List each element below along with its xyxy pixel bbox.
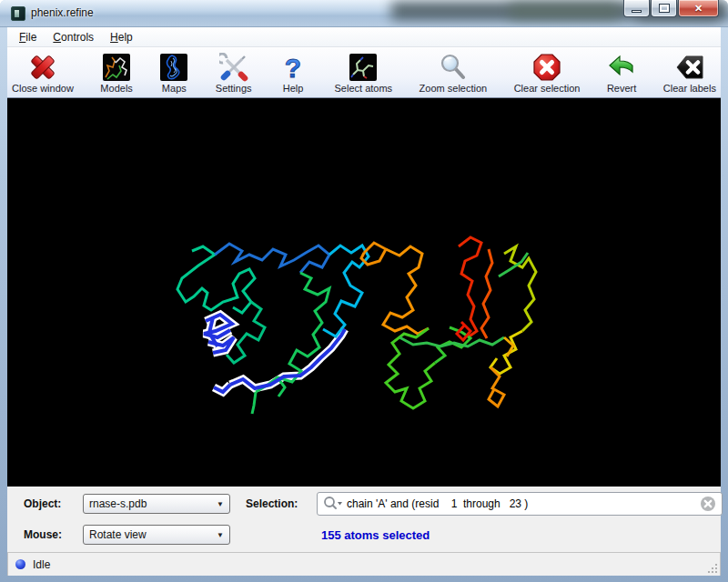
chevron-down-icon: ▼ bbox=[217, 531, 224, 539]
mouse-label: Mouse: bbox=[24, 528, 62, 541]
mouse-dropdown-value: Rotate view bbox=[89, 528, 147, 541]
toolbar-button-maps[interactable]: Maps bbox=[159, 48, 188, 97]
status-bar: Idle bbox=[7, 552, 721, 576]
toolbar-label: Clear labels bbox=[663, 83, 716, 94]
minimize-button[interactable] bbox=[623, 0, 650, 17]
status-indicator-icon bbox=[15, 559, 25, 569]
maximize-button[interactable] bbox=[651, 0, 677, 17]
title-bar[interactable]: phenix.refine ✕ bbox=[0, 0, 728, 27]
molecule-svg bbox=[7, 98, 721, 487]
mouse-dropdown[interactable]: Rotate view ▼ bbox=[83, 525, 230, 545]
maps-icon bbox=[159, 53, 188, 82]
titlebar-glass-blur bbox=[510, 4, 619, 18]
atoms-selected-status: 155 atoms selected bbox=[321, 528, 430, 542]
window-controls: ✕ bbox=[622, 0, 719, 17]
app-icon bbox=[11, 6, 25, 21]
revert-icon bbox=[607, 53, 636, 82]
toolbar-label: Zoom selection bbox=[420, 83, 488, 94]
models-icon bbox=[102, 53, 131, 82]
toolbar-button-settings[interactable]: Settings bbox=[216, 48, 252, 97]
toolbar-button-clear-labels[interactable]: Clear labels bbox=[663, 48, 716, 97]
chevron-down-icon: ▼ bbox=[217, 500, 224, 508]
toolbar-button-close-window[interactable]: Close window bbox=[12, 48, 74, 97]
clear-selection-icon bbox=[532, 53, 561, 82]
toolbar-button-zoom-selection[interactable]: Zoom selection bbox=[420, 48, 488, 97]
menu-bar: File Controls Help bbox=[7, 27, 721, 47]
toolbar-label: Select atoms bbox=[335, 83, 393, 94]
toolbar-label: Models bbox=[100, 83, 132, 94]
toolbar-button-clear-selection[interactable]: Clear selection bbox=[514, 48, 581, 97]
minimize-icon bbox=[632, 10, 642, 13]
toolbar-button-select-atoms[interactable]: Select atoms bbox=[335, 48, 393, 97]
molecule-viewport[interactable] bbox=[7, 98, 721, 487]
close-window-icon bbox=[28, 53, 57, 82]
selection-label: Selection: bbox=[246, 497, 298, 510]
search-icon bbox=[323, 496, 343, 512]
menu-file[interactable]: File bbox=[11, 29, 45, 45]
selection-search-field[interactable]: chain 'A' and (resid 1 through 23 ) bbox=[317, 492, 723, 516]
toolbar-button-models[interactable]: Models bbox=[100, 48, 132, 97]
toolbar-label: Settings bbox=[216, 83, 252, 94]
toolbar-button-revert[interactable]: Revert bbox=[607, 48, 636, 97]
selection-input-value: chain 'A' and (resid 1 through 23 ) bbox=[347, 497, 700, 510]
zoom-selection-icon bbox=[439, 53, 468, 82]
toolbar-label: Clear selection bbox=[514, 83, 581, 94]
toolbar-button-help[interactable]: ? Help bbox=[278, 48, 308, 97]
svg-text:?: ? bbox=[285, 53, 301, 82]
status-text: Idle bbox=[33, 558, 50, 571]
close-button[interactable]: ✕ bbox=[678, 0, 719, 17]
settings-icon bbox=[219, 53, 248, 82]
select-atoms-icon bbox=[349, 53, 378, 82]
clear-search-icon[interactable] bbox=[700, 496, 716, 512]
maximize-icon bbox=[660, 5, 669, 12]
object-dropdown[interactable]: rnase-s.pdb ▼ bbox=[83, 494, 230, 514]
toolbar: Close window Models Maps bbox=[7, 47, 721, 98]
clear-labels-icon bbox=[675, 53, 704, 82]
close-icon: ✕ bbox=[694, 3, 703, 15]
toolbar-label: Close window bbox=[12, 83, 74, 94]
resize-grip[interactable] bbox=[707, 563, 718, 574]
control-panel: Object: rnase-s.pdb ▼ Selection: chain '… bbox=[7, 487, 721, 552]
menu-help[interactable]: Help bbox=[102, 29, 141, 45]
menu-controls[interactable]: Controls bbox=[45, 29, 102, 45]
object-label: Object: bbox=[24, 497, 61, 510]
window-title: phenix.refine bbox=[31, 6, 94, 19]
toolbar-label: Revert bbox=[607, 83, 636, 94]
help-icon: ? bbox=[278, 53, 308, 82]
phenix-refine-window: phenix.refine ✕ File Controls Help Close… bbox=[0, 0, 728, 582]
toolbar-label: Help bbox=[283, 83, 304, 94]
object-dropdown-value: rnase-s.pdb bbox=[89, 497, 147, 510]
toolbar-label: Maps bbox=[162, 83, 187, 94]
